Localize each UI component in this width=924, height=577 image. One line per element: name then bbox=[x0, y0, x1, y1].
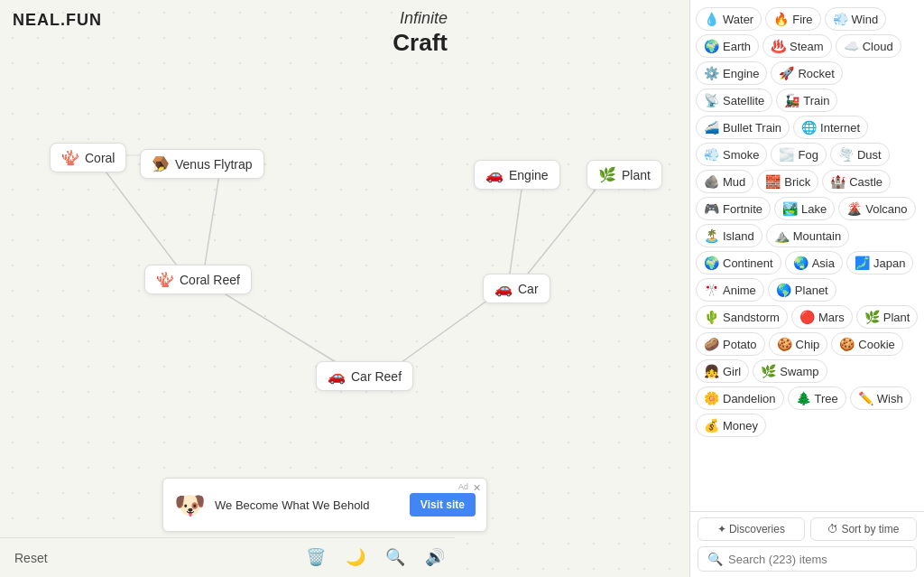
sidebar-item-tree[interactable]: 🌲Tree bbox=[788, 386, 846, 410]
item-label: Mars bbox=[818, 311, 845, 324]
item-label: Castle bbox=[849, 175, 882, 189]
item-label: Fog bbox=[798, 148, 818, 162]
sidebar-item-island[interactable]: 🏝️Island bbox=[696, 224, 762, 247]
sort-button[interactable]: ⏱ Sort by time bbox=[810, 517, 918, 541]
discoveries-button[interactable]: ✦ Discoveries bbox=[698, 517, 805, 541]
item-label: Engine bbox=[723, 67, 759, 80]
sidebar-item-steam[interactable]: ♨️Steam bbox=[762, 34, 832, 58]
logo: NEAL.FUN bbox=[13, 11, 102, 30]
node-venus[interactable]: 🪤Venus Flytrap bbox=[140, 149, 264, 179]
sidebar-item-dust[interactable]: 🌪️Dust bbox=[830, 143, 890, 166]
sidebar-item-fog[interactable]: 🌫️Fog bbox=[771, 143, 826, 166]
item-emoji: 🏰 bbox=[830, 174, 845, 189]
sidebar-item-smoke[interactable]: 💨Smoke bbox=[696, 143, 767, 166]
search-icon[interactable]: 🔍 bbox=[383, 544, 408, 570]
item-label: Smoke bbox=[723, 148, 759, 162]
ad-banner: ✕ Ad 🐶 We Become What We Behold Visit si… bbox=[162, 478, 487, 532]
item-emoji: 🚀 bbox=[779, 66, 794, 80]
item-label: Satellite bbox=[723, 94, 764, 107]
sidebar-item-continent[interactable]: 🌍Continent bbox=[696, 251, 781, 275]
sidebar-item-brick[interactable]: 🧱Brick bbox=[757, 170, 818, 193]
item-label: Earth bbox=[723, 40, 751, 53]
sidebar-item-water[interactable]: 💧Water bbox=[696, 7, 762, 31]
sidebar-item-wish[interactable]: ✏️Wish bbox=[850, 386, 911, 410]
item-emoji: 🧱 bbox=[765, 174, 781, 189]
sidebar-item-engine[interactable]: ⚙️Engine bbox=[696, 61, 767, 85]
item-label: Lake bbox=[801, 202, 827, 216]
node-coral-reef[interactable]: 🪸Coral Reef bbox=[144, 265, 252, 294]
item-emoji: 🥔 bbox=[704, 337, 719, 351]
sidebar-item-dandelion[interactable]: 🌼Dandelion bbox=[696, 386, 784, 410]
ad-visit-button[interactable]: Visit site bbox=[410, 493, 476, 517]
delete-icon[interactable]: 🗑️ bbox=[303, 544, 328, 570]
node-emoji: 🪤 bbox=[152, 155, 170, 172]
node-car[interactable]: 🚗Car bbox=[483, 274, 550, 303]
item-label: Tree bbox=[815, 392, 838, 405]
item-label: Rocket bbox=[798, 67, 834, 80]
item-emoji: 💨 bbox=[704, 147, 719, 162]
item-emoji: ⚙️ bbox=[704, 66, 719, 80]
sound-icon[interactable]: 🔊 bbox=[422, 544, 448, 570]
canvas-area[interactable]: NEAL.FUN Infinite Craft 🪸Coral🪤Venus Fly… bbox=[0, 0, 689, 577]
node-label: Coral Reef bbox=[180, 273, 240, 287]
item-emoji: 🌫️ bbox=[779, 147, 794, 162]
sidebar-item-volcano[interactable]: 🌋Volcano bbox=[838, 197, 915, 220]
sidebar-item-potato[interactable]: 🥔Potato bbox=[696, 332, 765, 356]
sidebar-item-satellite[interactable]: 📡Satellite bbox=[696, 88, 772, 112]
sidebar-item-earth[interactable]: 🌍Earth bbox=[696, 34, 759, 58]
node-coral[interactable]: 🪸Coral bbox=[50, 143, 126, 172]
reset-button[interactable]: Reset bbox=[14, 551, 48, 565]
item-label: Dandelion bbox=[723, 392, 776, 405]
node-plant[interactable]: 🌿Plant bbox=[587, 160, 662, 190]
sidebar-item-internet[interactable]: 🌐Internet bbox=[793, 116, 868, 139]
sidebar-item-planet[interactable]: 🌎Planet bbox=[768, 278, 836, 302]
svg-line-4 bbox=[528, 176, 606, 274]
svg-line-5 bbox=[388, 291, 501, 372]
ad-close-button[interactable]: ✕ bbox=[473, 482, 481, 494]
item-label: Cookie bbox=[858, 338, 894, 351]
sidebar-item-wind[interactable]: 💨Wind bbox=[825, 7, 887, 31]
item-emoji: 🌪️ bbox=[838, 147, 854, 162]
sidebar-item-plant[interactable]: 🌿Plant bbox=[856, 305, 919, 329]
item-emoji: 💨 bbox=[833, 12, 848, 26]
sidebar-item-asia[interactable]: 🌏Asia bbox=[785, 251, 843, 275]
item-label: Island bbox=[723, 229, 754, 243]
sidebar-item-chip[interactable]: 🍪Chip bbox=[769, 332, 828, 356]
node-emoji: 🚗 bbox=[485, 166, 504, 183]
sidebar-item-japan[interactable]: 🗾Japan bbox=[846, 251, 913, 275]
node-label: Venus Flytrap bbox=[175, 157, 253, 172]
sidebar-item-cookie[interactable]: 🍪Cookie bbox=[831, 332, 902, 356]
search-input[interactable] bbox=[728, 553, 907, 566]
sidebar-item-swamp[interactable]: 🌿Swamp bbox=[753, 359, 827, 383]
item-label: Volcano bbox=[865, 202, 907, 216]
sidebar-item-sandstorm[interactable]: 🌵Sandstorm bbox=[696, 305, 788, 329]
sidebar-item-castle[interactable]: 🏰Castle bbox=[822, 170, 891, 193]
sidebar-item-fire[interactable]: 🔥Fire bbox=[765, 7, 820, 31]
sidebar-item-cloud[interactable]: ☁️Cloud bbox=[836, 34, 901, 58]
item-emoji: 🌋 bbox=[846, 201, 862, 216]
node-engine[interactable]: 🚗Engine bbox=[474, 160, 560, 190]
sidebar-item-mountain[interactable]: ⛰️Mountain bbox=[766, 224, 849, 247]
sidebar-item-fortnite[interactable]: 🎮Fortnite bbox=[696, 197, 771, 220]
item-label: Potato bbox=[723, 338, 757, 351]
node-car-reef[interactable]: 🚗Car Reef bbox=[316, 361, 413, 391]
sidebar-item-lake[interactable]: 🏞️Lake bbox=[774, 197, 835, 220]
item-label: Fire bbox=[792, 13, 812, 26]
item-emoji: 🌐 bbox=[801, 120, 817, 135]
sidebar-item-train[interactable]: 🚂Train bbox=[776, 88, 837, 112]
item-label: Internet bbox=[820, 121, 860, 135]
item-label: Money bbox=[723, 419, 758, 433]
darkmode-icon[interactable]: 🌙 bbox=[343, 544, 368, 570]
sidebar-item-rocket[interactable]: 🚀Rocket bbox=[771, 61, 842, 85]
sidebar-item-mud[interactable]: 🪨Mud bbox=[696, 170, 753, 193]
item-label: Brick bbox=[784, 175, 810, 189]
ad-text: We Become What We Behold bbox=[215, 498, 401, 512]
sidebar-item-money[interactable]: 💰Money bbox=[696, 414, 766, 437]
sidebar-item-mars[interactable]: 🔴Mars bbox=[791, 305, 853, 329]
item-label: Plant bbox=[883, 311, 910, 324]
item-label: Water bbox=[723, 13, 753, 26]
sidebar-item-girl[interactable]: 👧Girl bbox=[696, 359, 749, 383]
item-emoji: 🌿 bbox=[864, 310, 880, 324]
sidebar-item-anime[interactable]: 🎌Anime bbox=[696, 278, 764, 302]
sidebar-item-bullet-train[interactable]: 🚄Bullet Train bbox=[696, 116, 790, 139]
